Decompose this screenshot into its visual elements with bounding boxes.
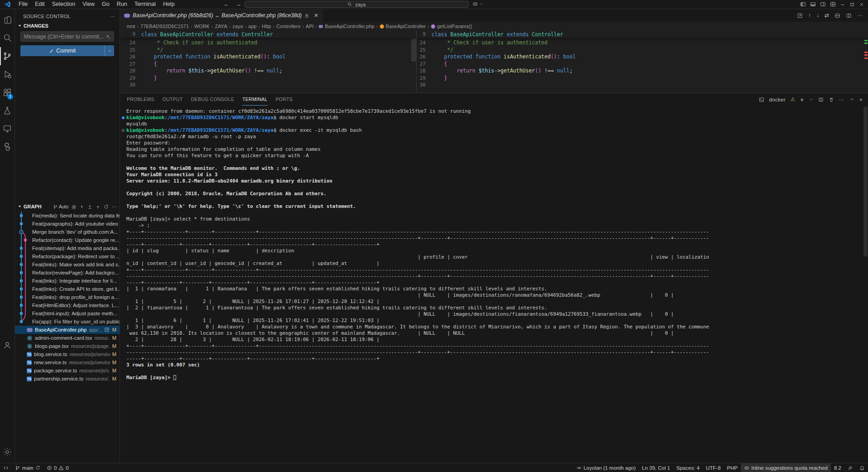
menu-go[interactable]: Go — [99, 0, 113, 9]
breadcrumb-item[interactable]: zaya — [232, 24, 243, 29]
account-icon[interactable] — [0, 336, 15, 354]
more-actions-icon[interactable]: ··· — [839, 97, 844, 102]
toggle-secondary-sidebar-icon[interactable] — [820, 1, 826, 7]
previous-change-icon[interactable]: ↑ — [808, 12, 811, 19]
push-icon[interactable] — [96, 204, 101, 209]
file-row[interactable]: admin-comment-card.tsxresour...M — [15, 334, 120, 342]
kill-terminal-icon[interactable] — [829, 97, 834, 102]
minimize-icon[interactable] — [840, 2, 845, 7]
branch-indicator[interactable]: main — [12, 463, 43, 472]
changes-section-header[interactable]: ▼ CHANGES — [15, 22, 120, 31]
graph-auto-toggle[interactable]: Auto — [53, 204, 69, 209]
more-actions-icon[interactable]: ··· — [110, 14, 115, 19]
menu-file[interactable]: File — [15, 0, 31, 9]
encoding[interactable]: UTF-8 — [703, 463, 724, 472]
commit-row[interactable]: Feat(html-input): Adjust paste meth... — [15, 309, 120, 318]
more-actions-icon[interactable]: ··· — [857, 12, 863, 19]
new-terminal-icon[interactable]: + — [800, 96, 804, 103]
remote-indicator[interactable] — [0, 463, 12, 472]
file-row[interactable]: partnership.service.tsresources/...M — [15, 375, 120, 383]
commit-row[interactable]: Refactor(reviewPage): Add backgro... — [15, 269, 120, 277]
command-center-search[interactable]: zaya — [245, 1, 469, 8]
swap-sides-icon[interactable]: ⇄ — [825, 12, 829, 19]
open-file-icon[interactable] — [104, 327, 110, 332]
terminal-profile-label[interactable]: docker — [769, 97, 786, 102]
indentation[interactable]: Spaces: 4 — [673, 463, 703, 472]
maximize-icon[interactable] — [849, 2, 855, 7]
toggle-sidebar-icon[interactable] — [800, 1, 806, 7]
commit-row[interactable]: Feat(links): Create API to store, get li… — [15, 285, 120, 293]
commit-row[interactable]: Feat(links): Make work add link and s... — [15, 260, 120, 269]
commit-row[interactable]: Feat(links): drop profile_id foreign a..… — [15, 293, 120, 301]
overview-ruler[interactable] — [861, 31, 868, 93]
problems-indicator[interactable]: 0 0 — [43, 463, 72, 472]
explorer-icon[interactable] — [0, 11, 15, 29]
terminal[interactable]: Error response from daemon: container cf… — [120, 106, 868, 463]
commit-button[interactable]: ✓ Commit — [20, 45, 114, 56]
breadcrumb-item[interactable]: mnt — [127, 24, 135, 29]
python-icon[interactable] — [0, 138, 15, 156]
notifications-bell-icon[interactable] — [856, 463, 868, 472]
refresh-icon[interactable] — [104, 204, 109, 209]
panel-tab-ports[interactable]: PORTS — [276, 93, 293, 106]
extensions-icon[interactable]: 3 — [0, 83, 15, 101]
customize-layout-icon[interactable] — [830, 1, 836, 7]
scrollbar[interactable] — [411, 38, 416, 62]
next-change-icon[interactable]: ↓ — [816, 12, 819, 19]
commit-dropdown-icon[interactable] — [105, 45, 114, 56]
more-actions-icon[interactable]: ··· — [112, 204, 117, 209]
breadcrumb[interactable]: mnt›77EBAD932D6C1571›WORK›ZAYA›zaya›app›… — [120, 22, 868, 31]
inline-view-icon[interactable] — [834, 13, 840, 19]
file-row[interactable]: package.service.tsresources/js/s...M — [15, 366, 120, 375]
commit-row[interactable]: Feat(HtmlEditor): Adjust interface. L... — [15, 301, 120, 309]
diff-original-pane[interactable]: 9class BaseApiController extends Control… — [120, 31, 416, 93]
source-control-icon[interactable] — [0, 47, 15, 65]
split-terminal-icon[interactable] — [818, 97, 824, 102]
menu-terminal[interactable]: Terminal — [131, 0, 159, 9]
run-debug-icon[interactable] — [0, 65, 15, 83]
remote-explorer-icon[interactable] — [0, 120, 15, 138]
commit-row[interactable]: Merge branch 'dev' of github.com:A... — [15, 228, 120, 236]
commit-row[interactable]: Refactor(contact): Update google re... — [15, 236, 120, 244]
panel-tab-problems[interactable]: PROBLEMS — [127, 93, 154, 106]
toggle-panel-icon[interactable] — [810, 1, 816, 7]
graph-section-header[interactable]: ▼ GRAPH Auto ◎ ··· — [15, 202, 120, 212]
commit-message-input[interactable]: Message (Ctrl+Enter to commit... — [20, 31, 114, 42]
breadcrumb-item[interactable]: Controllers — [276, 24, 300, 29]
file-row[interactable]: BaseApiController.phpapp/...M — [15, 326, 120, 334]
commit-row[interactable]: Refactor(package): Redirect user to ... — [15, 252, 120, 260]
commit-row[interactable]: Feat(paragraphs): Add youtube video i... — [15, 220, 120, 228]
wrench-icon[interactable] — [844, 463, 856, 472]
breadcrumb-item[interactable]: API — [306, 24, 314, 29]
breadcrumb-item[interactable]: Http — [262, 24, 271, 29]
breadcrumb-item[interactable]: 77EBAD932D6C1571 — [140, 24, 189, 29]
diff-tab[interactable]: BaseApiController.php (65b8d26) ↔ BaseAp… — [120, 9, 323, 22]
close-icon[interactable] — [859, 2, 864, 7]
commit-row[interactable]: Fix(media): Send locate during data fet.… — [15, 212, 120, 220]
file-row[interactable]: blogs-page.tsxresources/js/page...M — [15, 342, 120, 350]
commit-row[interactable]: Feat(sitemap): Add media and packa... — [15, 244, 120, 252]
breadcrumb-item[interactable]: WORK — [194, 24, 210, 29]
cursor-position[interactable]: Ln 39, Col 1 — [639, 463, 673, 472]
menu-run[interactable]: Run — [114, 0, 130, 9]
breadcrumb-item[interactable]: ZAYA — [215, 24, 227, 29]
maximize-panel-icon[interactable] — [849, 97, 854, 102]
split-editor-icon[interactable] — [846, 13, 852, 19]
menu-selection[interactable]: Selection — [49, 0, 78, 9]
back-icon[interactable]: ← — [224, 0, 229, 9]
search-sidebar-icon[interactable] — [0, 29, 15, 47]
file-row[interactable]: blog.service.tsresources/js/servicesM — [15, 350, 120, 358]
commit-row[interactable]: Feat(links): Integrate interface for li.… — [15, 277, 120, 285]
git-blame[interactable]: Loyolan (1 month ago) — [573, 463, 639, 472]
fetch-icon[interactable] — [87, 204, 92, 209]
breadcrumb-item[interactable]: BaseApiController — [380, 24, 426, 29]
copilot-menu[interactable] — [472, 1, 483, 7]
generate-commit-message-icon[interactable] — [105, 34, 110, 39]
breadcrumb-item[interactable]: app — [248, 24, 256, 29]
copilot-status[interactable]: Inline suggestions quota reached — [741, 463, 831, 472]
diff-modified-pane[interactable]: 9class BaseApiController extends Control… — [416, 31, 868, 93]
menu-edit[interactable]: Edit — [32, 0, 48, 9]
panel-tab-terminal[interactable]: TERMINAL — [242, 93, 268, 106]
testing-icon[interactable] — [0, 101, 15, 120]
settings-gear-icon[interactable] — [0, 443, 15, 461]
